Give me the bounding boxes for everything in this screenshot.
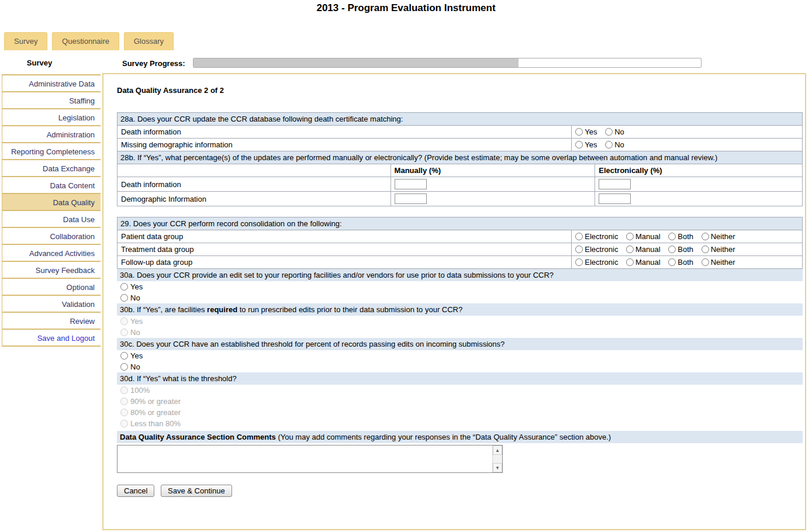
sidebar-item-legislation[interactable]: Legislation xyxy=(2,109,101,126)
scroll-down-icon[interactable]: ▼ xyxy=(493,463,502,472)
q29-patient-label: Patient data group xyxy=(118,230,572,243)
sidebar-item-validation[interactable]: Validation xyxy=(2,296,101,313)
q28a-demographic-no-radio[interactable] xyxy=(605,141,613,148)
table-row: Manually (%) Electronically (%) xyxy=(118,164,803,177)
q28b-demographic-electronic-input[interactable] xyxy=(599,194,631,204)
q30d-less80-option: Less than 80% xyxy=(117,418,803,429)
sidebar-item-survey-feedback[interactable]: Survey Feedback xyxy=(2,262,101,279)
table-row: Treatment data group Electronic Manual B… xyxy=(118,243,803,256)
q29-treatment-manual-option[interactable]: Manual xyxy=(626,245,661,254)
q28a-demographic-no-option[interactable]: No xyxy=(605,140,624,149)
q30a-no-option[interactable]: No xyxy=(117,292,803,303)
comments-title: Data Quality Assurance Section Comments xyxy=(120,433,276,441)
q29-patient-neither-radio[interactable] xyxy=(702,233,709,240)
q29-treatment-neither-radio[interactable] xyxy=(702,246,709,253)
q29-treatment-manual-radio[interactable] xyxy=(626,246,634,253)
sidebar-item-data-exchange[interactable]: Data Exchange xyxy=(2,160,101,177)
q29-treatment-both-radio[interactable] xyxy=(668,246,676,253)
radio-label: No xyxy=(614,127,624,136)
q28b-header: 28b. If “Yes”, what percentage(s) of the… xyxy=(118,151,803,164)
survey-content-panel: Data Quality Assurance 2 of 2 28a. Does … xyxy=(102,73,806,530)
q28b-empty-header-cell xyxy=(118,164,391,177)
comments-note: (You may add comments regarding your res… xyxy=(276,433,611,441)
tab-questionnaire[interactable]: Questionnaire xyxy=(52,32,119,50)
sidebar-item-administrative-data[interactable]: Administrative Data xyxy=(2,75,101,92)
q28b-death-manual-input[interactable] xyxy=(395,179,427,189)
q29-followup-both-option[interactable]: Both xyxy=(668,258,693,267)
q30d-90-radio xyxy=(120,398,128,405)
tab-glossary[interactable]: Glossary xyxy=(124,32,174,50)
q29-followup-manual-radio[interactable] xyxy=(626,258,634,266)
q29-patient-both-radio[interactable] xyxy=(668,233,676,240)
q29-patient-manual-option[interactable]: Manual xyxy=(626,232,661,241)
sidebar-item-save-and-logout[interactable]: Save and Logout xyxy=(2,330,101,347)
q29-patient-electronic-radio[interactable] xyxy=(575,233,583,240)
sidebar-item-data-quality[interactable]: Data Quality xyxy=(2,194,101,211)
q30c-no-option[interactable]: No xyxy=(117,361,803,372)
q29-followup-neither-radio[interactable] xyxy=(702,258,709,266)
save-continue-button[interactable]: Save & Continue xyxy=(161,485,232,497)
q28a-death-yes-option[interactable]: Yes xyxy=(575,127,597,136)
q29-treatment-neither-option[interactable]: Neither xyxy=(702,245,735,254)
q29-treatment-electronic-radio[interactable] xyxy=(575,246,583,253)
q28b-demographic-manual-input[interactable] xyxy=(395,194,427,204)
radio-label: No xyxy=(130,362,140,371)
q30d-100-option: 100% xyxy=(117,385,803,396)
q28a-death-yes-radio[interactable] xyxy=(575,128,583,136)
radio-label: Electronic xyxy=(585,245,618,254)
sidebar-item-review[interactable]: Review xyxy=(2,313,101,330)
q29-header: 29. Does your CCR perform record consoli… xyxy=(118,217,803,230)
radio-label: 90% or greater xyxy=(130,397,181,406)
q29-followup-electronic-radio[interactable] xyxy=(575,258,583,266)
radio-label: Less than 80% xyxy=(130,419,181,428)
radio-label: Yes xyxy=(130,317,143,326)
q29-treatment-both-option[interactable]: Both xyxy=(668,245,693,254)
sidebar-item-administration[interactable]: Administration xyxy=(2,126,101,143)
q30b-yes-option: Yes xyxy=(117,316,803,327)
q29-patient-neither-option[interactable]: Neither xyxy=(702,232,735,241)
q30a-yes-option[interactable]: Yes xyxy=(117,281,803,292)
q30c-yes-radio[interactable] xyxy=(120,352,128,360)
sidebar-item-data-content[interactable]: Data Content xyxy=(2,177,101,194)
q29-followup-neither-option[interactable]: Neither xyxy=(702,258,735,267)
q29-patient-manual-radio[interactable] xyxy=(626,233,634,240)
q29-followup-manual-option[interactable]: Manual xyxy=(626,258,661,267)
sidebar-item-optional[interactable]: Optional xyxy=(2,279,101,296)
q28b-demographic-label: Demographic Information xyxy=(118,192,391,206)
tab-survey[interactable]: Survey xyxy=(4,32,47,50)
scroll-up-icon[interactable]: ▲ xyxy=(493,445,502,455)
comments-header: Data Quality Assurance Section Comments … xyxy=(117,431,803,443)
radio-label: Electronic xyxy=(585,232,618,241)
page-title: 2013 - Program Evaluation Instrument xyxy=(0,2,812,14)
table-row: Demographic Information xyxy=(118,192,803,206)
cancel-button[interactable]: Cancel xyxy=(117,485,154,497)
q28a-demographic-yes-option[interactable]: Yes xyxy=(575,140,597,149)
q28a-demographic-yes-radio[interactable] xyxy=(575,141,583,148)
sidebar-item-staffing[interactable]: Staffing xyxy=(2,92,101,109)
sidebar-item-advanced-activities[interactable]: Advanced Activities xyxy=(2,245,101,262)
q30a-header: 30a. Does your CCR provide an edit set t… xyxy=(117,269,803,281)
q30c-yes-option[interactable]: Yes xyxy=(117,350,803,361)
q30a-no-radio[interactable] xyxy=(120,294,128,302)
q28b-table: 28b. If “Yes”, what percentage(s) of the… xyxy=(117,151,803,206)
q29-followup-both-radio[interactable] xyxy=(668,258,676,266)
textarea-scrollbar[interactable]: ▲ ▼ xyxy=(492,445,502,472)
q30d-80-radio xyxy=(120,409,128,416)
button-row: Cancel Save & Continue xyxy=(117,485,803,497)
q28b-death-electronic-input[interactable] xyxy=(599,179,631,189)
q28a-death-no-radio[interactable] xyxy=(605,128,613,136)
sidebar-item-reporting-completeness[interactable]: Reporting Completeness xyxy=(2,143,101,160)
q29-patient-both-option[interactable]: Both xyxy=(668,232,693,241)
q30c-no-radio[interactable] xyxy=(120,363,128,371)
q29-table: 29. Does your CCR perform record consoli… xyxy=(117,217,803,269)
sidebar-item-data-use[interactable]: Data Use xyxy=(2,211,101,228)
q30d-less80-radio xyxy=(120,420,128,427)
q29-followup-electronic-option[interactable]: Electronic xyxy=(575,258,618,267)
q29-patient-electronic-option[interactable]: Electronic xyxy=(575,232,618,241)
sidebar-item-collaboration[interactable]: Collaboration xyxy=(2,228,101,245)
q29-followup-label: Follow-up data group xyxy=(118,256,572,269)
q28a-death-no-option[interactable]: No xyxy=(605,127,624,136)
q29-treatment-electronic-option[interactable]: Electronic xyxy=(575,245,618,254)
comments-textarea[interactable] xyxy=(118,445,492,472)
q30a-yes-radio[interactable] xyxy=(120,283,128,291)
